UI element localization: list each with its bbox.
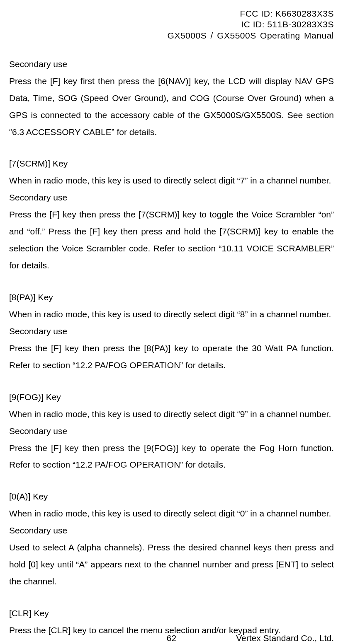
section-heading: [8(PA)] Key xyxy=(9,289,334,306)
section-body: Press the [F] key first then press the [… xyxy=(9,73,334,141)
section-8pa-key: [8(PA)] Key When in radio mode, this key… xyxy=(9,289,334,374)
section-7scrm-key: [7(SCRM)] Key When in radio mode, this k… xyxy=(9,155,334,274)
spacer xyxy=(9,594,334,605)
spacer xyxy=(9,378,334,389)
section-heading: [CLR] Key xyxy=(9,605,334,622)
section-subheading: Secondary use xyxy=(9,323,334,340)
company-name: Vertex Standard Co., Ltd. xyxy=(236,633,334,643)
spacer xyxy=(9,478,334,488)
section-heading: [9(FOG)] Key xyxy=(9,389,334,406)
section-subheading: Secondary use xyxy=(9,189,334,206)
section-heading: Secondary use xyxy=(9,56,334,73)
section-heading: [0(A)] Key xyxy=(9,488,334,505)
section-heading: [7(SCRM)] Key xyxy=(9,155,334,172)
section-subheading: Secondary use xyxy=(9,423,334,440)
section-line: When in radio mode, this key is used to … xyxy=(9,505,334,522)
spacer xyxy=(9,278,334,289)
section-line: When in radio mode, this key is used to … xyxy=(9,306,334,323)
section-body: Used to select A (alpha channels). Press… xyxy=(9,539,334,590)
section-secondary-use-6nav: Secondary use Press the [F] key first th… xyxy=(9,56,334,141)
section-body: Press the [F] key then press the [8(PA)]… xyxy=(9,340,334,374)
section-line: When in radio mode, this key is used to … xyxy=(9,406,334,423)
manual-page: FCC ID: K6630283X3S IC ID: 511B-30283X3S… xyxy=(0,0,343,644)
section-body: Press the [F] key then press the [9(FOG)… xyxy=(9,440,334,474)
section-line: When in radio mode, this key is used to … xyxy=(9,172,334,189)
spacer xyxy=(9,145,334,155)
page-number: 62 xyxy=(167,633,176,643)
page-body: Secondary use Press the [F] key first th… xyxy=(9,56,334,639)
section-9fog-key: [9(FOG)] Key When in radio mode, this ke… xyxy=(9,389,334,474)
section-0a-key: [0(A)] Key When in radio mode, this key … xyxy=(9,488,334,590)
model-title: GX5000S / GX5500S Operating Manual xyxy=(9,30,334,41)
section-body: Press the [F] key then press the [7(SCRM… xyxy=(9,206,334,274)
fcc-id: FCC ID: K6630283X3S xyxy=(9,8,334,19)
section-subheading: Secondary use xyxy=(9,522,334,539)
ic-id: IC ID: 511B-30283X3S xyxy=(9,19,334,30)
page-header: FCC ID: K6630283X3S IC ID: 511B-30283X3S… xyxy=(9,8,334,41)
